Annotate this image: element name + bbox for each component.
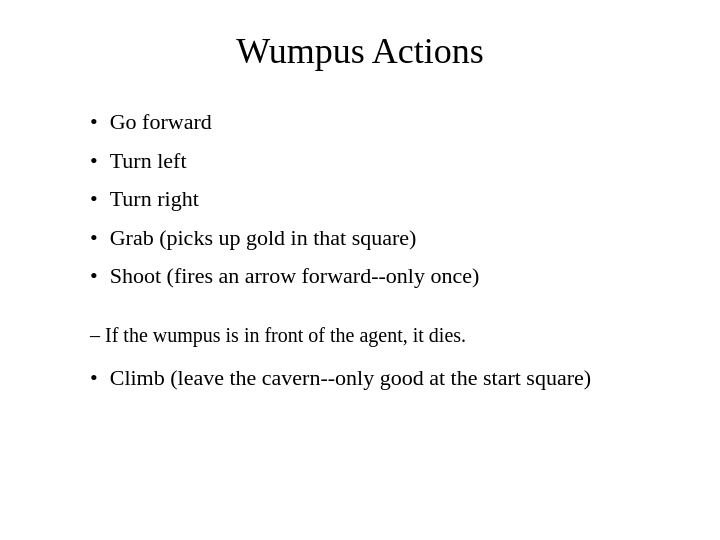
actions-list: •Go forward•Turn left•Turn right•Grab (p… [60, 108, 660, 301]
bullet-icon-0: • [90, 108, 98, 137]
climb-item: • Climb (leave the cavern--only good at … [60, 363, 660, 394]
bullet-icon-4: • [90, 262, 98, 291]
page: Wumpus Actions •Go forward•Turn left•Tur… [0, 0, 720, 540]
climb-text: Climb (leave the cavern--only good at th… [110, 363, 591, 394]
bullet-text-0: Go forward [110, 108, 212, 137]
bullet-text-1: Turn left [110, 147, 187, 176]
bullet-icon-3: • [90, 224, 98, 253]
bullet-text-4: Shoot (fires an arrow forward--only once… [110, 262, 480, 291]
dash-note: – If the wumpus is in front of the agent… [60, 321, 660, 349]
bullet-item-0: •Go forward [90, 108, 660, 137]
bullet-icon-1: • [90, 147, 98, 176]
bullet-item-2: •Turn right [90, 185, 660, 214]
bullet-text-2: Turn right [110, 185, 199, 214]
bullet-icon-2: • [90, 185, 98, 214]
bullet-text-3: Grab (picks up gold in that square) [110, 224, 417, 253]
bullet-item-1: •Turn left [90, 147, 660, 176]
bullet-item-3: •Grab (picks up gold in that square) [90, 224, 660, 253]
page-title: Wumpus Actions [60, 30, 660, 72]
climb-bullet: • [90, 363, 98, 394]
bullet-item-4: •Shoot (fires an arrow forward--only onc… [90, 262, 660, 291]
